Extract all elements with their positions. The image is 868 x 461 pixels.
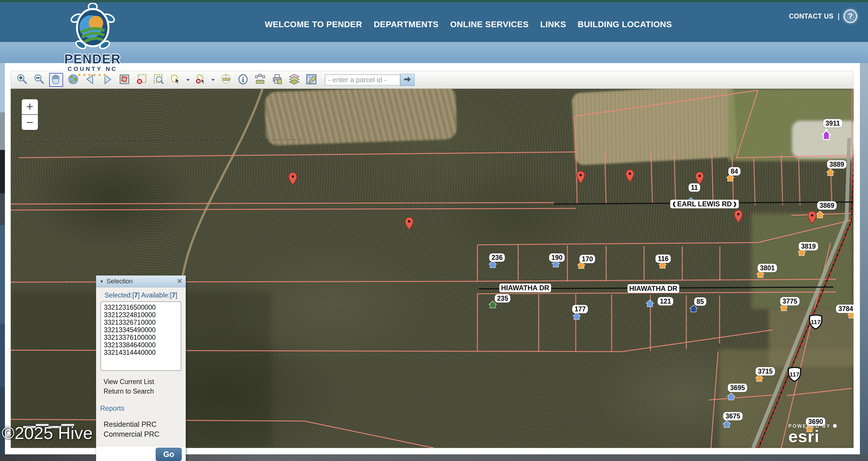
- unselpoly-icon: [195, 73, 207, 86]
- maptools-icon: [306, 73, 317, 86]
- selection-panel-header[interactable]: ▼ Selection ✕: [96, 276, 186, 287]
- view-current-list-link[interactable]: View Current List: [103, 377, 186, 387]
- parcel-label-190: 190: [549, 253, 565, 262]
- selection-summary: Selected:[7] Available:[7]: [96, 291, 186, 299]
- powered-by-text: POWERED BY: [788, 423, 831, 429]
- return-to-search-link[interactable]: Return to Search: [103, 387, 186, 396]
- go-button[interactable]: Go: [156, 448, 182, 461]
- nav-item-building-locations[interactable]: BUILDING LOCATIONS: [578, 20, 672, 29]
- contact-area: CONTACT US | ?: [789, 5, 857, 28]
- select-by-polygon-tool-dropdown[interactable]: [186, 73, 191, 87]
- nav-item-links[interactable]: LINKS: [540, 20, 566, 29]
- logo-text-pender: PENDER: [58, 53, 127, 65]
- county-logo[interactable]: PENDER COUNTY NC ★★★★★★: [58, 3, 127, 78]
- zoom-in-tool[interactable]: [15, 73, 29, 87]
- parcel-label-84: 84: [728, 167, 740, 176]
- commercial-prc-link[interactable]: Commercial PRC: [103, 429, 186, 439]
- house-icon: [727, 392, 736, 402]
- map-zoom-in-button[interactable]: +: [22, 99, 38, 114]
- parcel-label-3675: 3675: [723, 412, 742, 421]
- reports-header[interactable]: Reports: [100, 404, 186, 412]
- available-count: 7: [172, 291, 176, 299]
- pender-county-gis-page: WELCOME TO PENDERDEPARTMENTSONLINE SERVI…: [0, 0, 868, 461]
- parcel-label-3869: 3869: [817, 202, 836, 210]
- measure-tool[interactable]: [253, 73, 267, 87]
- map-pin-icon[interactable]: [734, 210, 743, 224]
- selected-count: 7: [134, 291, 138, 299]
- selected-parcel-id[interactable]: 33212316500000: [104, 304, 178, 311]
- svg-text:i: i: [242, 76, 244, 84]
- unselect-by-polygon-tool[interactable]: [194, 73, 208, 87]
- buffer-tool[interactable]: [219, 73, 233, 87]
- map-zoom-out-button[interactable]: −: [22, 115, 38, 130]
- selected-parcel-id[interactable]: 33213345490000: [104, 326, 178, 334]
- map-toolbar: i: [11, 71, 854, 89]
- logo-text-county: COUNTY NC: [58, 65, 127, 72]
- map-pin-icon[interactable]: [404, 217, 414, 232]
- parcel-search-go-button[interactable]: [400, 74, 414, 86]
- photo-edge-right: [860, 63, 868, 461]
- map-pin-icon[interactable]: [576, 171, 586, 185]
- parcel-label-116: 116: [655, 255, 671, 263]
- residential-prc-link[interactable]: Residential PRC: [103, 419, 186, 429]
- print-icon: [271, 73, 283, 86]
- zoom-out-tool[interactable]: [32, 73, 46, 87]
- collapse-triangle-icon[interactable]: ▼: [99, 279, 104, 284]
- parcel-label-3889: 3889: [827, 160, 846, 169]
- selected-parcel-id[interactable]: 33212324810000: [104, 311, 178, 318]
- layers-tool[interactable]: [287, 73, 301, 87]
- map-options-tool[interactable]: [304, 73, 318, 87]
- zoom-to-selection-tool[interactable]: [152, 73, 165, 87]
- map-zoom-control: + −: [22, 99, 38, 130]
- zoomin-icon: [16, 73, 28, 86]
- parcel-label-177: 177: [572, 305, 588, 313]
- clear-selection-tool[interactable]: [134, 73, 148, 87]
- close-icon[interactable]: ✕: [177, 278, 182, 285]
- selected-parcel-id[interactable]: 33213384640000: [104, 341, 178, 349]
- turtle-logo-icon: [69, 3, 117, 52]
- parcel-label-121: 121: [658, 297, 673, 306]
- select-by-polygon-tool[interactable]: [169, 73, 183, 87]
- parcel-id-input[interactable]: [325, 74, 400, 85]
- zoomout-icon: [33, 73, 45, 86]
- house-icon: [572, 312, 581, 321]
- map-pin-icon[interactable]: [695, 171, 705, 186]
- parcel-label-3911: 3911: [823, 119, 842, 128]
- print-tool[interactable]: [270, 73, 284, 87]
- esri-logo: esri: [788, 429, 837, 443]
- house-icon: [646, 299, 654, 308]
- selected-parcel-id[interactable]: 33214314440000: [104, 349, 178, 356]
- buffer-icon: [220, 73, 232, 86]
- main-nav: WELCOME TO PENDERDEPARTMENTSONLINE SERVI…: [265, 5, 672, 44]
- parcel-label-3801: 3801: [757, 264, 777, 272]
- parcel-label-3784: 3784: [836, 305, 854, 313]
- nav-item-departments[interactable]: DEPARTMENTS: [374, 20, 439, 29]
- help-icon[interactable]: ?: [844, 9, 857, 23]
- selection-panel-footer: Go: [96, 447, 186, 461]
- esri-attribution: POWERED BY esri: [788, 423, 837, 443]
- house-icon: [826, 168, 835, 177]
- us-route-shield: 117: [808, 313, 824, 331]
- map-pin-icon[interactable]: [807, 211, 817, 225]
- selected-parcels-listbox[interactable]: 3321231650000033212324810000332133267100…: [101, 302, 181, 371]
- map-pin-icon[interactable]: [288, 172, 298, 187]
- contact-us-link[interactable]: CONTACT US: [789, 12, 834, 20]
- measure-icon: [254, 73, 266, 86]
- map-pin-icon[interactable]: [625, 169, 635, 184]
- road-label: HIAWATHA DR: [499, 284, 551, 292]
- selected-parcel-id[interactable]: 33213376100000: [104, 334, 178, 341]
- us-route-shield: 117: [786, 366, 803, 384]
- identify-tool[interactable]: i: [236, 73, 250, 87]
- right-arrow-icon: [403, 75, 412, 85]
- unselect-by-polygon-tool-dropdown[interactable]: [211, 73, 216, 87]
- svg-text:117: 117: [811, 318, 820, 325]
- selpoly-icon: [170, 73, 181, 86]
- nav-divider: |: [838, 12, 840, 21]
- nav-item-welcome-to-pender[interactable]: WELCOME TO PENDER: [265, 20, 362, 29]
- road-label: HIAWATHA DR: [627, 284, 679, 293]
- zoomsel-icon: [153, 73, 164, 86]
- house-icon: [689, 304, 698, 314]
- nav-item-online-services[interactable]: ONLINE SERVICES: [450, 20, 529, 29]
- esri-dot: [833, 424, 837, 428]
- selected-parcel-id[interactable]: 33213326710000: [104, 318, 178, 326]
